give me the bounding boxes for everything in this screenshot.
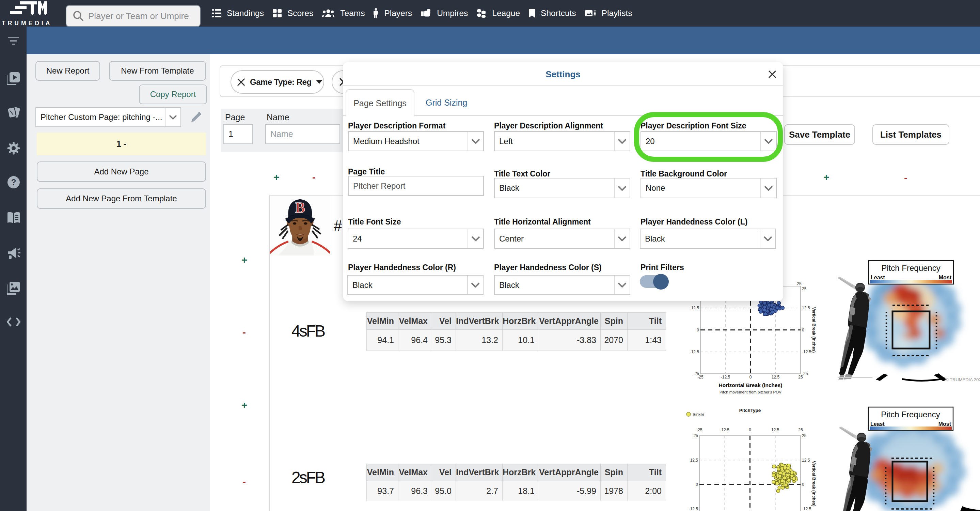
svg-text:25: 25 xyxy=(694,433,698,438)
svg-text:?: ? xyxy=(11,177,16,187)
svg-text:-25: -25 xyxy=(696,428,703,432)
svg-text:12.5: 12.5 xyxy=(690,458,698,463)
svg-text:Vertical Break (inches): Vertical Break (inches) xyxy=(811,461,816,506)
svg-text:-12.5: -12.5 xyxy=(802,506,811,511)
svg-text:-12.5: -12.5 xyxy=(690,350,699,354)
svg-text:Least: Least xyxy=(871,275,885,280)
svg-text:25: 25 xyxy=(797,282,802,286)
svg-text:-12.5: -12.5 xyxy=(721,375,730,379)
svg-text:25: 25 xyxy=(802,287,807,291)
svg-text:0: 0 xyxy=(802,328,804,333)
svg-text:0: 0 xyxy=(696,482,698,487)
svg-text:Pitch movement from pitcher's: Pitch movement from pitcher's POV xyxy=(719,390,781,394)
svg-text:0: 0 xyxy=(697,328,699,333)
svg-text:12.5: 12.5 xyxy=(802,458,810,463)
svg-text:12.5: 12.5 xyxy=(771,428,780,432)
svg-text:12.5: 12.5 xyxy=(772,375,780,379)
svg-text:0: 0 xyxy=(749,428,751,432)
svg-text:Least: Least xyxy=(870,421,885,427)
svg-text:0: 0 xyxy=(749,375,752,379)
svg-text:0: 0 xyxy=(802,482,804,487)
svg-text:B: B xyxy=(295,199,305,216)
svg-text:Horizontal Break (inches): Horizontal Break (inches) xyxy=(719,382,783,388)
svg-text:25: 25 xyxy=(798,428,803,432)
svg-text:25: 25 xyxy=(802,433,807,438)
svg-text:Pitch Frequency: Pitch Frequency xyxy=(881,410,940,419)
svg-text:-25: -25 xyxy=(697,375,703,379)
svg-text:Most: Most xyxy=(939,421,951,427)
svg-text:PitchType: PitchType xyxy=(739,408,761,413)
svg-text:© TRUMEDIA 2024: © TRUMEDIA 2024 xyxy=(945,377,980,382)
svg-text:12.5: 12.5 xyxy=(802,306,810,310)
svg-text:Sinker: Sinker xyxy=(693,412,704,417)
svg-text:-12.5: -12.5 xyxy=(802,350,811,354)
svg-text:12.5: 12.5 xyxy=(691,306,699,310)
svg-text:-12.5: -12.5 xyxy=(720,428,730,432)
svg-text:Vertical Break (inches): Vertical Break (inches) xyxy=(811,307,816,353)
svg-text:-12.5: -12.5 xyxy=(689,506,698,511)
svg-text:Pitch Frequency: Pitch Frequency xyxy=(881,263,940,272)
svg-text:Most: Most xyxy=(939,275,952,280)
svg-text:25: 25 xyxy=(798,375,803,379)
